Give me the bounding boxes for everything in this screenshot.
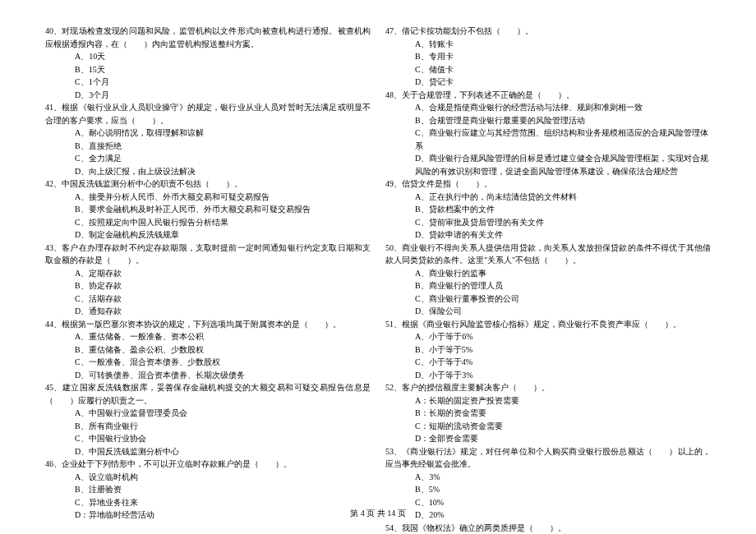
right-column: 47、借记卡按功能划分不包括（ ）。 A、转账卡 B、专用卡 C、储值卡 D、贷… bbox=[385, 25, 711, 534]
q45-text: 45、建立国家反洗钱数据库，妥善保存金融机构提交的大额交易和可疑交易报告信息是（… bbox=[45, 381, 371, 407]
question-44: 44、根据第一版巴塞尔资本协议的规定，下列选项均属于附属资本的是（ ）。 A、重… bbox=[45, 318, 371, 382]
q50-text: 50、商业银行不得向关系人提供信用贷款，向关系人发放担保贷款的条件不得优于其他借… bbox=[385, 242, 711, 267]
q48-opt-a: A、合规是指使商业银行的经营活动与法律、规则和准则相一致 bbox=[385, 101, 711, 114]
q53-text: 53、《商业银行法》规定，对任何单位和个人购买商业银行股份总额达（ ）以上的，应… bbox=[385, 445, 711, 471]
question-42: 42、中国反洗钱监测分析中心的职责不包括（ ）。 A、接受并分析人民币、外币大额… bbox=[45, 177, 371, 242]
q49-text: 49、信贷文件是指（ ）。 bbox=[385, 177, 711, 191]
question-48: 48、关于合规管理，下列表述不正确的是（ ）。 A、合规是指使商业银行的经营活动… bbox=[385, 89, 711, 178]
q52-opt-b: B：长期的资金需要 bbox=[385, 407, 711, 420]
question-51: 51、根据《商业银行风险监管核心指标》规定，商业银行不良资产率应（ ）。 A、小… bbox=[385, 318, 711, 382]
q40-text: 40、对现场检查发现的问题和风险，监管机构以文件形式向被查机构进行通报。被查机构… bbox=[45, 25, 371, 50]
q45-opt-a: A、中国银行业监督管理委员会 bbox=[45, 407, 371, 420]
q52-opt-c: C：短期的流动资金需要 bbox=[385, 420, 711, 433]
question-45: 45、建立国家反洗钱数据库，妥善保存金融机构提交的大额交易和可疑交易报告信息是（… bbox=[45, 381, 371, 458]
q48-opt-c: C、商业银行应建立与其经营范围、组织结构和业务规模相适应的合规风险管理体系 bbox=[385, 127, 711, 152]
q49-opt-a: A、正在执行中的，尚未结清信贷的文件材料 bbox=[385, 191, 711, 204]
q52-text: 52、客户的授信额度主要解决客户（ ）。 bbox=[385, 381, 711, 394]
q44-opt-b: B、重估储备、盈余公积、少数股权 bbox=[45, 343, 371, 357]
q53-opt-c: C、10% bbox=[385, 496, 711, 509]
q49-opt-b: B、贷款档案中的文件 bbox=[385, 203, 711, 216]
q42-opt-a: A、接受并分析人民币、外币大额交易和可疑交易报告 bbox=[45, 191, 371, 204]
q43-opt-d: D、通知存款 bbox=[45, 305, 371, 318]
left-column: 40、对现场检查发现的问题和风险，监管机构以文件形式向被查机构进行通报。被查机构… bbox=[45, 25, 371, 534]
q41-opt-c: C、全力满足 bbox=[45, 152, 371, 165]
q40-opt-a: A、10天 bbox=[45, 50, 371, 63]
q40-opt-c: C、1个月 bbox=[45, 76, 371, 89]
question-47: 47、借记卡按功能划分不包括（ ）。 A、转账卡 B、专用卡 C、储值卡 D、贷… bbox=[385, 25, 711, 89]
question-49: 49、信贷文件是指（ ）。 A、正在执行中的，尚未结清信贷的文件材料 B、贷款档… bbox=[385, 177, 711, 242]
q46-opt-a: A、设立临时机构 bbox=[45, 471, 371, 484]
q49-opt-c: C、贷前审批及贷后管理的有关文件 bbox=[385, 216, 711, 229]
q50-opt-d: D、保险公司 bbox=[385, 305, 711, 318]
q41-opt-d: D、向上级汇报，由上级设法解决 bbox=[45, 165, 371, 178]
q42-opt-c: C、按照规定向中国人民银行报告分析结果 bbox=[45, 216, 371, 229]
question-43: 43、客户在办理存款时不约定存款期限，支取时提前一定时间通知银行约定支取日期和支… bbox=[45, 242, 371, 318]
q49-opt-d: D、贷款申请的有关文件 bbox=[385, 228, 711, 242]
two-column-layout: 40、对现场检查发现的问题和风险，监管机构以文件形式向被查机构进行通报。被查机构… bbox=[45, 25, 711, 534]
q42-opt-b: B、要求金融机构及时补正人民币、外币大额交易和可疑交易报告 bbox=[45, 203, 371, 216]
q44-opt-d: D、可转换债券、混合资本债券、长期次级债务 bbox=[45, 369, 371, 382]
q48-opt-b: B、合规管理是商业银行最重要的风险管理活动 bbox=[385, 114, 711, 127]
q41-text: 41、根据《银行业从业人员职业操守》的规定，银行业从业人员对暂时无法满足或明显不… bbox=[45, 101, 371, 127]
question-52: 52、客户的授信额度主要解决客户（ ）。 A：长期的固定资产投资需要 B：长期的… bbox=[385, 381, 711, 445]
q43-text: 43、客户在办理存款时不约定存款期限，支取时提前一定时间通知银行约定支取日期和支… bbox=[45, 242, 371, 267]
q45-opt-c: C、中国银行业协会 bbox=[45, 432, 371, 445]
q40-opt-d: D、3个月 bbox=[45, 89, 371, 102]
q41-opt-b: B、直接拒绝 bbox=[45, 140, 371, 153]
q50-opt-a: A、商业银行的监事 bbox=[385, 267, 711, 280]
q50-opt-c: C、商业银行董事投资的公司 bbox=[385, 292, 711, 306]
q46-text: 46、企业处于下列情形中，不可以开立临时存款账户的是（ ）。 bbox=[45, 458, 371, 471]
q46-opt-b: B、注册验资 bbox=[45, 483, 371, 496]
q46-opt-c: C、异地业务往来 bbox=[45, 496, 371, 509]
q45-opt-b: B、所有商业银行 bbox=[45, 420, 371, 433]
q48-opt-d: D、商业银行合规风险管理的目标是通过建立健全合规风险管理框架，实现对合规风险的有… bbox=[385, 152, 711, 177]
q47-opt-d: D、贷记卡 bbox=[385, 76, 711, 89]
q48-text: 48、关于合规管理，下列表述不正确的是（ ）。 bbox=[385, 89, 711, 102]
q54-text: 54、我国《物权法》确立的两类质押是（ ）。 bbox=[385, 522, 711, 535]
q43-opt-a: A、定期存款 bbox=[45, 267, 371, 280]
q52-opt-a: A：长期的固定资产投资需要 bbox=[385, 394, 711, 407]
q47-opt-b: B、专用卡 bbox=[385, 50, 711, 63]
question-40: 40、对现场检查发现的问题和风险，监管机构以文件形式向被查机构进行通报。被查机构… bbox=[45, 25, 371, 101]
q44-opt-c: C、一般准备、混合资本债券、少数股权 bbox=[45, 356, 371, 369]
q51-opt-c: C、小于等于4% bbox=[385, 356, 711, 369]
q40-opt-b: B、15天 bbox=[45, 63, 371, 76]
q42-text: 42、中国反洗钱监测分析中心的职责不包括（ ）。 bbox=[45, 177, 371, 191]
q42-opt-d: D、制定金融机构反洗钱规章 bbox=[45, 228, 371, 242]
q45-opt-d: D、中国反洗钱监测分析中心 bbox=[45, 445, 371, 458]
q47-opt-a: A、转账卡 bbox=[385, 38, 711, 51]
q44-opt-a: A、重估储备、一般准备、资本公积 bbox=[45, 330, 371, 343]
q51-text: 51、根据《商业银行风险监管核心指标》规定，商业银行不良资产率应（ ）。 bbox=[385, 318, 711, 331]
q44-text: 44、根据第一版巴塞尔资本协议的规定，下列选项均属于附属资本的是（ ）。 bbox=[45, 318, 371, 331]
question-41: 41、根据《银行业从业人员职业操守》的规定，银行业从业人员对暂时无法满足或明显不… bbox=[45, 101, 371, 177]
q53-opt-b: B、5% bbox=[385, 483, 711, 496]
q50-opt-b: B、商业银行的管理人员 bbox=[385, 279, 711, 292]
q51-opt-d: D、小于等于3% bbox=[385, 369, 711, 382]
q47-text: 47、借记卡按功能划分不包括（ ）。 bbox=[385, 25, 711, 38]
q43-opt-b: B、协定存款 bbox=[45, 279, 371, 292]
q51-opt-b: B、小于等于5% bbox=[385, 343, 711, 357]
q52-opt-d: D：全部资金需要 bbox=[385, 432, 711, 445]
q41-opt-a: A、耐心说明情况，取得理解和谅解 bbox=[45, 127, 371, 140]
page-footer: 第 4 页 共 14 页 bbox=[0, 508, 756, 519]
q53-opt-a: A、3% bbox=[385, 471, 711, 484]
q43-opt-c: C、活期存款 bbox=[45, 292, 371, 306]
question-50: 50、商业银行不得向关系人提供信用贷款，向关系人发放担保贷款的条件不得优于其他借… bbox=[385, 242, 711, 318]
q47-opt-c: C、储值卡 bbox=[385, 63, 711, 76]
q51-opt-a: A、小于等于6% bbox=[385, 330, 711, 343]
question-54: 54、我国《物权法》确立的两类质押是（ ）。 bbox=[385, 522, 711, 535]
